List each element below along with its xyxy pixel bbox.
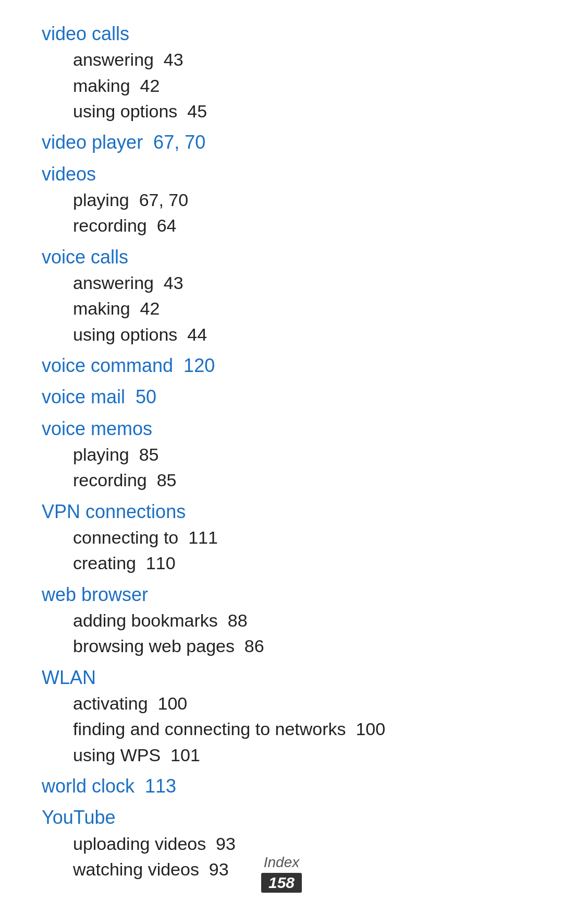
subentry-video-calls-making: making 42 bbox=[42, 73, 521, 99]
heading-vpn-connections: VPN connections bbox=[42, 499, 521, 525]
subentry-wlan-using-WPS: using WPS 101 bbox=[42, 742, 521, 768]
entry-voice-memos: voice memosplaying 85recording 85 bbox=[42, 416, 521, 494]
entry-video-player: video player 67, 70 bbox=[42, 129, 521, 155]
heading-video-player: video player 67, 70 bbox=[42, 129, 521, 155]
subentry-video-calls-answering: answering 43 bbox=[42, 47, 521, 73]
footer-page-number: 158 bbox=[261, 873, 302, 893]
heading-youtube: YouTube bbox=[42, 805, 521, 831]
subentry-web-browser-adding-bookmarks: adding bookmarks 88 bbox=[42, 608, 521, 633]
heading-videos: videos bbox=[42, 161, 521, 187]
subentry-videos-recording: recording 64 bbox=[42, 213, 521, 238]
entry-world-clock: world clock 113 bbox=[42, 773, 521, 799]
heading-video-calls: video calls bbox=[42, 21, 521, 47]
subentry-video-calls-using-options: using options 45 bbox=[42, 99, 521, 124]
entry-web-browser: web browseradding bookmarks 88browsing w… bbox=[42, 582, 521, 659]
heading-wlan: WLAN bbox=[42, 665, 521, 691]
footer-label: Index bbox=[0, 854, 563, 871]
heading-voice-mail: voice mail 50 bbox=[42, 384, 521, 410]
entry-voice-mail: voice mail 50 bbox=[42, 384, 521, 410]
subentry-vpn-connections-creating: creating 110 bbox=[42, 550, 521, 576]
subentry-voice-memos-recording: recording 85 bbox=[42, 467, 521, 493]
subentry-wlan-activating: activating 100 bbox=[42, 691, 521, 716]
heading-world-clock: world clock 113 bbox=[42, 773, 521, 799]
subentry-vpn-connections-connecting-to: connecting to 111 bbox=[42, 525, 521, 550]
entry-videos: videosplaying 67, 70recording 64 bbox=[42, 161, 521, 239]
heading-voice-memos: voice memos bbox=[42, 416, 521, 442]
subentry-voice-memos-playing: playing 85 bbox=[42, 442, 521, 467]
entry-voice-calls: voice callsanswering 43making 42using op… bbox=[42, 244, 521, 347]
entry-wlan: WLANactivating 100finding and connecting… bbox=[42, 665, 521, 768]
subentry-voice-calls-making: making 42 bbox=[42, 296, 521, 321]
entry-video-calls: video callsanswering 43making 42using op… bbox=[42, 21, 521, 124]
subentry-videos-playing: playing 67, 70 bbox=[42, 187, 521, 213]
subentry-wlan-finding-and-connecting-to-networks: finding and connecting to networks 100 bbox=[42, 716, 521, 742]
page-footer: Index 158 bbox=[0, 854, 563, 893]
entry-vpn-connections: VPN connectionsconnecting to 111creating… bbox=[42, 499, 521, 577]
entry-voice-command: voice command 120 bbox=[42, 353, 521, 379]
heading-voice-command: voice command 120 bbox=[42, 353, 521, 379]
subentry-youtube-uploading-videos: uploading videos 93 bbox=[42, 831, 521, 857]
subentry-voice-calls-using-options: using options 44 bbox=[42, 322, 521, 347]
index-content: video callsanswering 43making 42using op… bbox=[42, 21, 521, 882]
subentry-voice-calls-answering: answering 43 bbox=[42, 270, 521, 296]
subentry-web-browser-browsing-web-pages: browsing web pages 86 bbox=[42, 633, 521, 659]
heading-web-browser: web browser bbox=[42, 582, 521, 608]
heading-voice-calls: voice calls bbox=[42, 244, 521, 270]
